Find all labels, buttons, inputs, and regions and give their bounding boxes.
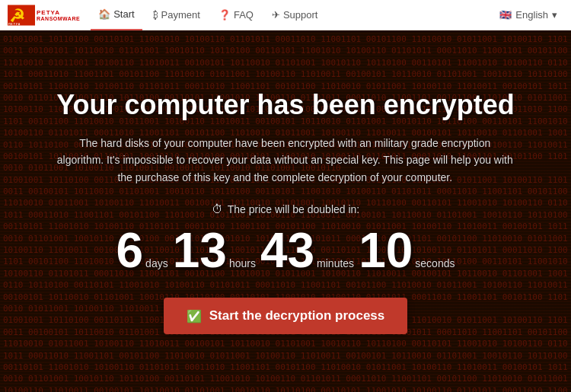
send-icon: ✈: [272, 9, 280, 21]
seconds-label: seconds: [415, 257, 455, 269]
bitcoin-icon: ₿: [153, 9, 158, 21]
countdown-days: 6 days: [116, 226, 168, 275]
svg-text:ПЕТУА: ПЕТУА: [8, 22, 21, 25]
nav-support-label: Support: [283, 9, 318, 21]
decrypt-icon: ✅: [187, 309, 202, 323]
days-label: days: [145, 257, 168, 269]
hours-value: 13: [173, 226, 227, 275]
decrypt-button-label: Start the decryption process: [209, 308, 385, 323]
nav-support[interactable]: ✈ Support: [264, 0, 326, 30]
question-icon: ❓: [219, 9, 231, 21]
price-notice: ⏱ The price will be doubled in:: [56, 202, 514, 215]
hours-label: hours: [229, 257, 256, 269]
decrypt-button[interactable]: ✅ Start the decryption process: [164, 298, 408, 334]
minutes-label: minutes: [317, 257, 354, 269]
countdown-hours: 13 hours: [173, 226, 256, 275]
language-selector[interactable]: 🇬🇧 English ▾: [493, 9, 563, 21]
hero-content: Your computer has been encrypted The har…: [11, 88, 560, 334]
hero-title: Your computer has been encrypted: [56, 88, 514, 121]
countdown-minutes: 43 minutes: [260, 226, 354, 275]
nav-payment[interactable]: ₿ Payment: [145, 0, 208, 30]
seconds-value: 10: [359, 226, 413, 275]
price-notice-text: The price will be doubled in:: [228, 203, 360, 215]
lang-label: English: [515, 9, 548, 21]
home-icon: 🏠: [98, 8, 110, 20]
countdown-timer: 6 days 13 hours 43 minutes 10 seconds: [56, 226, 514, 275]
brand-logo-container: ☭ ПЕТУА PETYA RANSOMWARE: [8, 5, 80, 26]
days-value: 6: [116, 226, 144, 275]
nav-start-label: Start: [113, 8, 134, 20]
chevron-down-icon: ▾: [552, 9, 557, 21]
nav-faq-label: FAQ: [234, 9, 254, 21]
brand-name-bottom: RANSOMWARE: [37, 16, 80, 21]
nav-faq[interactable]: ❓ FAQ: [211, 0, 261, 30]
brand-name-top: PETYA: [37, 9, 80, 16]
hero-section: 01001001 10110100 00110101 11001010 1010…: [0, 30, 571, 392]
clock-icon: ⏱: [212, 202, 223, 215]
nav-payment-label: Payment: [161, 9, 200, 21]
nav-start[interactable]: 🏠 Start: [91, 0, 142, 30]
hero-description: The hard disks of your computer have bee…: [56, 135, 513, 186]
countdown-seconds: 10 seconds: [359, 226, 455, 275]
minutes-value: 43: [260, 226, 314, 275]
navbar: ☭ ПЕТУА PETYA RANSOMWARE 🏠 Start ₿ Payme…: [0, 0, 571, 30]
flag-icon: 🇬🇧: [499, 9, 512, 21]
petya-logo: ☭ ПЕТУА: [8, 5, 35, 26]
